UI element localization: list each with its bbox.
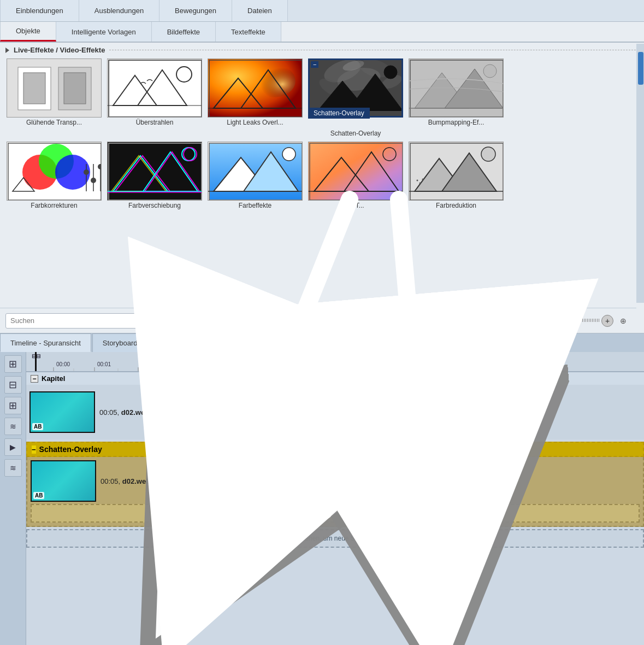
svg-point-78 xyxy=(422,179,424,180)
track-collapse-button[interactable]: − xyxy=(31,375,38,383)
tool-icon-6[interactable]: ≋ xyxy=(4,459,22,477)
effects-row-1: Glühende Transp... Überstrahlen xyxy=(0,57,644,139)
effect-schatten[interactable]: − xyxy=(307,58,404,138)
bottom-tabs: Timeline - Spuransicht Storyboard xyxy=(0,333,644,352)
effect-lut[interactable]: LUT... xyxy=(307,142,404,210)
scrollbar-thumb[interactable] xyxy=(638,52,643,85)
effect-farbkorrektur[interactable]: Farbkorrekturen xyxy=(5,142,103,210)
section-title: Live-Effekte / Video-Effekte xyxy=(14,46,105,54)
tab-einblendungen[interactable]: Einblendungen xyxy=(0,0,79,21)
tab-row-2: Objekte Intelligente Vorlagen Bildeffekt… xyxy=(0,22,644,43)
bottom-panel: Timeline - Spuransicht Storyboard ⊞ ⊟ ⊞ … xyxy=(0,333,644,645)
ruler-svg: 00:00 00:01 00:02 00:03 00:05 00:06 00:0… xyxy=(26,352,644,372)
effect-thumb-farbreduktion xyxy=(409,142,504,201)
effect-gluehende[interactable]: Glühende Transp... xyxy=(5,58,103,138)
effect-thumb-farbeffekte xyxy=(208,142,303,201)
effect-farbreduktion[interactable]: Farbreduktion xyxy=(407,142,505,210)
eye-button[interactable]: 👁 xyxy=(461,313,476,329)
section-divider xyxy=(109,50,639,50)
tab-intelligente-vorlagen[interactable]: Intelligente Vorlagen xyxy=(56,22,152,42)
search-bar: × 👁 ? − + ⊕ xyxy=(0,308,636,333)
tab-dateien[interactable]: Dateien xyxy=(232,0,288,21)
tool-icon-3[interactable]: ⊞ xyxy=(4,397,22,414)
overlay-clip-row: AB 00:05, d02.webp xyxy=(31,460,155,502)
svg-point-12 xyxy=(252,64,296,97)
tool-icon-2[interactable]: ⊟ xyxy=(4,376,22,394)
svg-rect-4 xyxy=(64,73,86,104)
effect-thumb-bumpmapping xyxy=(409,58,504,118)
effect-farbeffekte[interactable]: Farbeffekte xyxy=(206,142,304,210)
effect-lightleaks[interactable]: Light Leaks Overl... xyxy=(206,58,304,138)
effect-thumb-lightleaks xyxy=(208,58,303,118)
overlay-track-header: − Schatten-Overlay xyxy=(26,442,644,457)
effect-thumb-farbverschiebung xyxy=(107,142,202,201)
track-kapitel-label: Kapitel xyxy=(42,374,65,383)
track-kapitel-header: − Kapitel xyxy=(26,372,644,385)
effect-label-schatten: Schatten-Overlay xyxy=(308,128,403,138)
svg-point-41 xyxy=(84,169,89,175)
clip-info-overlay: 00:05, d02.webp xyxy=(101,477,155,485)
effect-label-farbkorrektur: Farbkorrekturen xyxy=(7,201,102,210)
svg-point-74 xyxy=(481,147,495,161)
tab-ausblendungen[interactable]: Ausblendungen xyxy=(79,0,159,21)
effect-bumpmapping[interactable]: Bumpmapping-Ef... xyxy=(407,58,505,138)
tool-icon-5[interactable]: ▶ xyxy=(4,438,22,456)
overlay-track-label: Schatten-Overlay xyxy=(39,445,102,454)
svg-point-76 xyxy=(417,180,418,181)
effect-label-gluehende: Glühende Transp... xyxy=(7,118,102,127)
clip-ab-badge: AB xyxy=(32,423,43,430)
svg-text:00:00: 00:00 xyxy=(56,361,70,367)
clip-thumb-main[interactable]: AB xyxy=(29,391,95,433)
tool-icon-4[interactable]: ≋ xyxy=(4,418,22,435)
effect-label-lut: LUT... xyxy=(308,201,403,210)
collapse-triangle[interactable] xyxy=(5,48,9,53)
zoom-out-button[interactable]: − xyxy=(500,315,512,327)
zoom-slider-area: − + ⊕ xyxy=(500,313,631,329)
clear-button[interactable]: × xyxy=(441,313,457,329)
effect-tooltip-schatten: Schatten-Overlay xyxy=(308,108,370,119)
svg-point-62 xyxy=(282,148,296,161)
tab-bewegungen[interactable]: Bewegungen xyxy=(159,0,232,21)
effect-label-farbverschiebung: Farbverschiebung xyxy=(107,201,202,210)
top-panel: Einblendungen Ausblendungen Bewegungen D… xyxy=(0,0,644,333)
zoom-reset-button[interactable]: ⊕ xyxy=(616,313,631,329)
svg-text:00:08: 00:08 xyxy=(403,361,417,367)
filter-button[interactable]: ? xyxy=(481,313,496,329)
effect-thumb-gluehende xyxy=(7,58,102,118)
tool-icon-1[interactable]: ⊞ xyxy=(4,355,22,373)
effect-label-uberstrahlen: Überstrahlen xyxy=(107,118,202,127)
zoom-slider-track[interactable] xyxy=(515,319,580,322)
effects-row-2: Farbkorrekturen xyxy=(0,140,644,212)
search-input[interactable] xyxy=(5,313,437,329)
svg-point-77 xyxy=(420,183,421,184)
effect-label-bumpmapping: Bumpmapping-Ef... xyxy=(409,118,504,127)
timeline-ruler: ⊟⊟ 00:00 00:01 00:02 00:03 00:05 00:06 0… xyxy=(26,352,644,372)
track-kapitel: − Kapitel AB 00:05, d02.webp xyxy=(26,372,644,439)
timeline-area: ⊞ ⊟ ⊞ ≋ ▶ ≋ ⊟⊟ 00:00 00:01 00:02 00:03 0… xyxy=(0,352,644,645)
overlay-track-content: AB 00:05, d02.webp ↓ Hierher ziehen, um … xyxy=(26,457,644,527)
effect-thumb-farbkorrektur xyxy=(7,142,102,201)
clip-info-main: 00:05, d02.webp xyxy=(99,408,153,417)
effect-uberstrahlen[interactable]: Überstrahlen xyxy=(106,58,203,138)
main-drop-zone[interactable]: ↓ Hierher ziehen, um neue Spur anzulegen… xyxy=(26,529,644,548)
track-kapitel-content: AB 00:05, d02.webp xyxy=(26,385,644,439)
tab-timeline[interactable]: Timeline - Spuransicht xyxy=(0,333,91,352)
timeline-main: ⊟⊟ 00:00 00:01 00:02 00:03 00:05 00:06 0… xyxy=(26,352,644,645)
scrollbar-track[interactable] xyxy=(636,44,644,303)
effect-label-lightleaks: Light Leaks Overl... xyxy=(208,118,303,127)
svg-text:00:06: 00:06 xyxy=(316,361,329,367)
svg-text:00:09: 00:09 xyxy=(447,361,460,367)
zoom-in-button[interactable]: + xyxy=(601,315,613,327)
svg-text:00:05: 00:05 xyxy=(272,361,286,367)
tab-objekte[interactable]: Objekte xyxy=(0,22,56,42)
tab-texteffekte[interactable]: Texteffekte xyxy=(216,22,281,42)
effect-farbverschiebung[interactable]: Farbverschiebung xyxy=(106,142,203,210)
overlay-drop-zone[interactable]: ↓ Hierher ziehen, um neue Spur anzule... xyxy=(31,504,640,523)
svg-text:00:02: 00:02 xyxy=(141,361,155,367)
clip-thumb-overlay[interactable]: AB xyxy=(31,460,96,502)
tab-storyboard[interactable]: Storyboard xyxy=(92,333,148,352)
tab-bildeffekte[interactable]: Bildeffekte xyxy=(152,22,216,42)
svg-text:00:03: 00:03 xyxy=(185,361,198,367)
svg-text:00:01: 00:01 xyxy=(97,361,111,367)
overlay-collapse-button[interactable]: − xyxy=(32,445,36,454)
